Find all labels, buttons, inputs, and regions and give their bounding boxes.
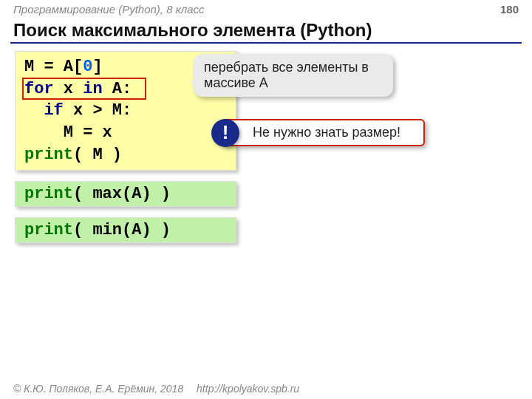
callout-red-text: Не нужно знать размер! xyxy=(253,125,400,140)
callout-grey-text: перебрать все элементы в массиве A xyxy=(204,60,369,90)
exclamation-icon: ! xyxy=(211,119,239,147)
page-number: 180 xyxy=(500,3,519,16)
code-line-3: if x > M: xyxy=(24,100,227,122)
code-block-max: print( max(A) ) xyxy=(15,181,236,207)
callout-red: ! Не нужно знать размер! xyxy=(222,119,425,146)
footer: © К.Ю. Поляков, Е.А. Ерёмин, 2018 http:/… xyxy=(13,383,299,395)
callout-grey: перебрать все элементы в массиве A xyxy=(194,54,393,97)
breadcrumb: Программирование (Python), 8 класс xyxy=(13,3,205,16)
code-line-4: M = x xyxy=(24,122,227,144)
code-line-5: print( M ) xyxy=(24,144,227,166)
title-underline xyxy=(10,42,522,44)
copyright: © К.Ю. Поляков, Е.А. Ерёмин, 2018 xyxy=(13,383,183,395)
header-bar: Программирование (Python), 8 класс 180 xyxy=(0,0,532,16)
code-block-min: print( min(A) ) xyxy=(15,217,236,243)
page-title: Поиск максимального элемента (Python) xyxy=(0,16,532,42)
content-area: M = A[0] for x in A: if x > M: M = x pri… xyxy=(0,51,532,243)
footer-url[interactable]: http://kpolyakov.spb.ru xyxy=(197,383,299,395)
